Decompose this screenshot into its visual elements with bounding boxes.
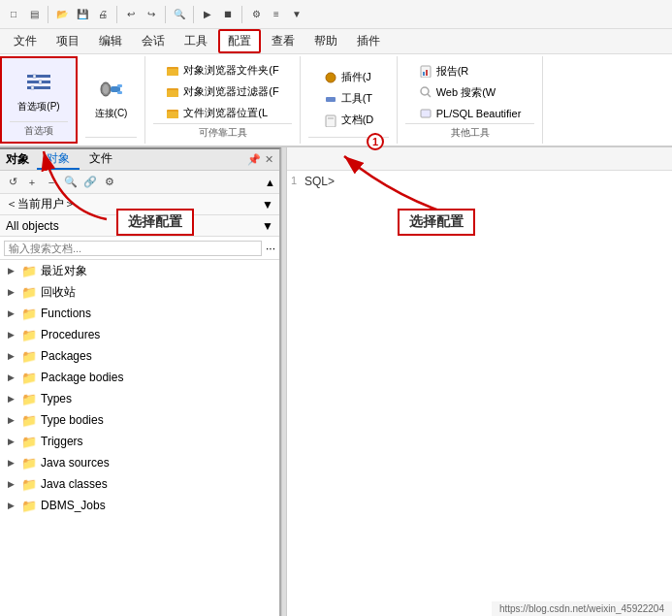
scroll-up-btn[interactable]: ▲ — [265, 177, 275, 188]
ribbon-group-prefs: 首选项(P) 首选项 — [0, 56, 78, 144]
item-label: Functions — [41, 307, 91, 320]
settings-icon[interactable]: ⚙ — [247, 6, 265, 23]
menu-view[interactable]: 查看 — [263, 30, 304, 52]
menu-session[interactable]: 会话 — [133, 30, 174, 52]
expand-arrow: ▶ — [8, 394, 17, 404]
dockable-group-label: 可停靠工具 — [153, 123, 292, 140]
list-item[interactable]: ▶ 📁 Triggers — [0, 431, 279, 452]
folder-open-icon[interactable]: 📂 — [53, 6, 71, 23]
tab-files[interactable]: 文件 — [80, 149, 122, 170]
folder-icon: 📁 — [21, 392, 37, 406]
list-item[interactable]: ▶ 📁 最近对象 — [0, 260, 279, 281]
svg-point-7 — [103, 84, 109, 94]
list-icon[interactable]: ≡ — [268, 6, 285, 23]
prefs-label: 首选项(P) — [17, 100, 59, 113]
add-btn[interactable]: + — [23, 174, 41, 191]
preferences-button[interactable]: 首选项(P) — [12, 67, 65, 117]
web-search-btn[interactable]: Web 搜索(W — [414, 82, 501, 103]
ribbon: 首选项(P) 首选项 连接 — [0, 54, 672, 147]
dropdown-icon[interactable]: ▼ — [288, 6, 305, 23]
config-btn[interactable]: ⚙ — [101, 174, 118, 191]
list-item[interactable]: ▶ 📁 Java classes — [0, 473, 279, 495]
plugins-label: 插件(J — [341, 70, 371, 84]
run-icon[interactable]: ▶ — [199, 6, 216, 23]
remove-btn[interactable]: − — [43, 174, 60, 191]
menu-help[interactable]: 帮助 — [305, 30, 346, 52]
panel-close-icon[interactable]: ✕ — [265, 153, 273, 166]
panel-title: 对象 — [6, 151, 29, 168]
folder-icon: 📁 — [21, 285, 37, 300]
docs-btn[interactable]: 文档(D — [319, 110, 379, 130]
search-btn[interactable]: 🔍 — [62, 174, 80, 191]
status-bar: https://blog.csdn.net/weixin_45922204 — [492, 601, 672, 616]
menu-project[interactable]: 项目 — [48, 30, 88, 52]
refresh-btn[interactable]: ↺ — [4, 174, 21, 191]
tab-objects[interactable]: 对象 — [37, 149, 80, 170]
svg-point-24 — [421, 87, 429, 95]
object-browser-folders-btn[interactable]: 对象浏览器文件夹(F — [161, 60, 283, 81]
prefs-content: 首选项(P) — [12, 62, 65, 121]
svg-rect-4 — [27, 86, 50, 89]
panel-toolbar: ↺ + − 🔍 🔗 ⚙ ▲ — [0, 171, 279, 194]
list-item[interactable]: ▶ 📁 DBMS_Jobs — [0, 495, 279, 516]
list-item[interactable]: ▶ 📁 回收站 — [0, 281, 279, 303]
plsql-beautifier-label: PL/SQL Beautifier — [436, 108, 522, 119]
svg-rect-1 — [33, 75, 36, 78]
search-input[interactable] — [4, 241, 262, 256]
undo-icon[interactable]: ↩ — [122, 6, 140, 23]
folder-icon: 📁 — [21, 413, 37, 428]
list-item[interactable]: ▶ 📁 Procedures — [0, 324, 279, 345]
expand-arrow: ▶ — [8, 373, 17, 382]
tools-btn[interactable]: 工具(T — [319, 88, 377, 109]
sep1 — [48, 6, 48, 23]
menu-tools[interactable]: 工具 — [176, 30, 216, 52]
object-browser-filter-btn[interactable]: 对象浏览器过滤器(F — [161, 81, 283, 102]
menu-edit[interactable]: 编辑 — [90, 30, 131, 52]
svg-rect-14 — [167, 90, 178, 97]
list-item[interactable]: ▶ 📁 Package bodies — [0, 367, 279, 388]
menu-file[interactable]: 文件 — [5, 30, 46, 52]
panel-pin-icon[interactable]: 📌 — [247, 153, 261, 166]
connect-content: 连接(C) — [88, 60, 135, 137]
list-item[interactable]: ▶ 📁 Types — [0, 388, 279, 409]
list-item[interactable]: ▶ 📁 Java sources — [0, 452, 279, 473]
list-item[interactable]: ▶ 📁 Packages — [0, 345, 279, 367]
file-browser-location-btn[interactable]: 文件浏览器位置(L — [161, 103, 272, 123]
web-search-label: Web 搜索(W — [436, 85, 496, 100]
item-label: Procedures — [41, 328, 100, 341]
sql-editor[interactable]: 1 SQL> — [287, 171, 672, 616]
search-more-btn[interactable]: ··· — [266, 242, 275, 255]
print-icon[interactable]: 🖨 — [94, 6, 112, 23]
link-btn[interactable]: 🔗 — [81, 174, 99, 191]
user-selector-label: ＜当前用户＞ — [6, 196, 76, 212]
expand-arrow: ▶ — [8, 479, 17, 489]
plsql-beautifier-btn[interactable]: PL/SQL Beautifier — [414, 104, 527, 123]
stop-icon[interactable]: ⏹ — [219, 6, 237, 23]
search-icon[interactable]: 🔍 — [171, 6, 188, 23]
svg-rect-12 — [167, 69, 178, 76]
reports-btn[interactable]: 报告(R — [414, 61, 474, 81]
new-file-icon[interactable]: □ — [5, 6, 22, 23]
save-icon[interactable]: 💾 — [74, 6, 91, 23]
plugins-btn[interactable]: 插件(J — [319, 67, 376, 87]
dockable-content: 对象浏览器文件夹(F 对象浏览器过滤器(F 文件浏览器位置(L — [161, 60, 283, 123]
line-number: 1 — [291, 175, 297, 186]
redo-icon[interactable]: ↪ — [143, 6, 160, 23]
obj-filter-label: 对象浏览器过滤器(F — [183, 84, 278, 99]
list-item[interactable]: ▶ 📁 Functions — [0, 303, 279, 324]
ribbon-group-other: 报告(R Web 搜索(W PL/SQL Beautifier 其他工具 — [398, 56, 543, 144]
menu-plugins[interactable]: 插件 — [348, 30, 389, 52]
item-label: 回收站 — [41, 284, 76, 301]
item-label: Types — [41, 392, 72, 405]
expand-arrow: ▶ — [8, 437, 17, 446]
item-label: Package bodies — [41, 371, 123, 384]
svg-line-25 — [428, 94, 431, 97]
menu-config[interactable]: 配置 — [218, 29, 261, 53]
list-item[interactable]: ▶ 📁 Type bodies — [0, 409, 279, 431]
connect-label: 连接(C) — [95, 107, 128, 120]
open-icon[interactable]: ▤ — [25, 6, 43, 23]
sep2 — [116, 6, 117, 23]
connect-group-label — [85, 137, 137, 140]
connect-button[interactable]: 连接(C) — [88, 74, 135, 124]
expand-arrow: ▶ — [8, 308, 17, 318]
